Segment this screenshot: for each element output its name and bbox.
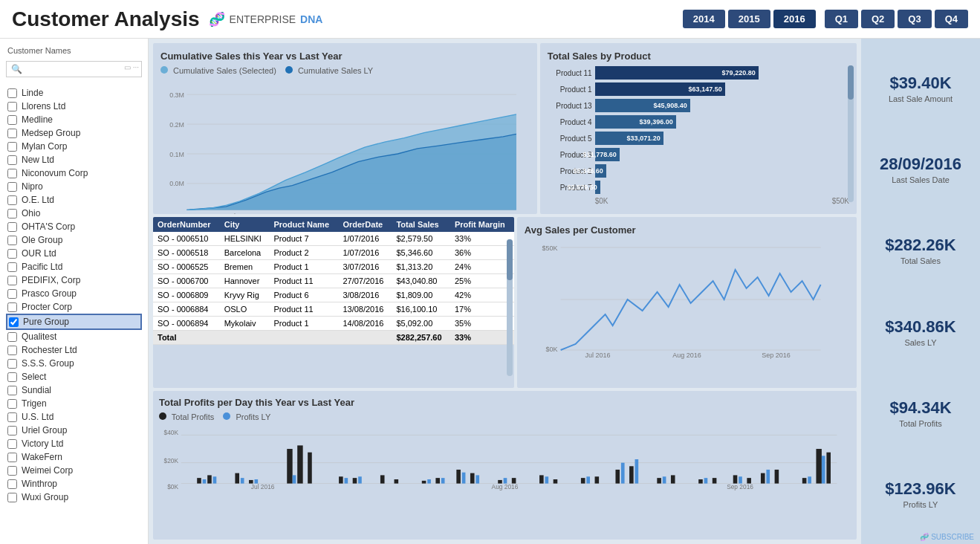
col-header-orderdate: OrderDate [338, 217, 392, 232]
checkbox-u.s.-ltd[interactable] [7, 412, 17, 422]
sidebar-item-new-ltd[interactable]: New Ltd [6, 153, 142, 166]
svg-rect-79 [621, 463, 625, 484]
search-input[interactable] [6, 61, 142, 77]
sidebar-item-mylan-corp[interactable]: Mylan Corp [6, 140, 142, 153]
sidebar-item-select[interactable]: Select [6, 370, 142, 383]
svg-rect-36 [297, 445, 302, 483]
checkbox-medline[interactable] [7, 115, 17, 125]
checkbox-pedifix,-corp[interactable] [7, 276, 17, 285]
sidebar-item-linde[interactable]: Linde [6, 86, 142, 100]
quarter-button-Q1[interactable]: Q1 [825, 10, 858, 28]
kpi-label-5: Profits LY [885, 500, 955, 509]
checkbox-nipro[interactable] [7, 182, 17, 192]
bar-fill: $79,220.80 [595, 66, 759, 80]
data-table-panel: OrderNumberCityProduct NameOrderDateTota… [153, 217, 514, 388]
sidebar-item-pedifix,-corp[interactable]: PEDIFIX, Corp [6, 273, 142, 287]
checkbox-wakefern[interactable] [7, 453, 17, 462]
table-cell: Product 2 [269, 246, 338, 260]
checkbox-winthrop[interactable] [7, 479, 17, 489]
sidebar-item-wuxi-group[interactable]: Wuxi Group [6, 490, 142, 504]
customer-label: Sundial [22, 385, 51, 395]
sidebar-item-ole-group[interactable]: Ole Group [6, 233, 142, 247]
sidebar-item-our-ltd[interactable]: OUR Ltd [6, 247, 142, 260]
sidebar-item-rochester-ltd[interactable]: Rochester Ltd [6, 343, 142, 357]
legend-dot-profits-ly [223, 412, 230, 420]
quarter-button-Q2[interactable]: Q2 [861, 10, 895, 28]
svg-text:Sep 2016: Sep 2016 [450, 213, 478, 214]
checkbox-linde[interactable] [7, 88, 17, 98]
checkbox-qualitest[interactable] [7, 332, 17, 342]
checkbox-procter-corp[interactable] [7, 302, 17, 312]
checkbox-ohio[interactable] [7, 209, 17, 218]
sidebar-item-victory-ltd[interactable]: Victory Ltd [6, 437, 142, 450]
sidebar-item-niconovum-corp[interactable]: Niconovum Corp [6, 166, 142, 180]
checkbox-mylan-corp[interactable] [7, 142, 17, 152]
svg-rect-81 [663, 476, 666, 483]
sidebar-item-pacific-ltd[interactable]: Pacific Ltd [6, 260, 142, 273]
table-header: OrderNumberCityProduct NameOrderDateTota… [153, 217, 514, 232]
sidebar-item-ohio[interactable]: Ohio [6, 207, 142, 220]
scrollbar-track[interactable] [848, 65, 854, 202]
sidebar-item-nipro[interactable]: Nipro [6, 180, 142, 193]
checkbox-s.s.s.-group[interactable] [7, 359, 17, 369]
svg-rect-56 [698, 479, 703, 484]
checkbox-pacific-ltd[interactable] [7, 262, 17, 272]
checkbox-select[interactable] [7, 372, 17, 382]
table-scrollbar-thumb[interactable] [507, 239, 513, 280]
customer-label: S.S.S. Group [22, 358, 74, 369]
year-button-2015[interactable]: 2015 [728, 10, 770, 28]
checkbox-weimei-corp[interactable] [7, 466, 17, 476]
quarter-button-Q3[interactable]: Q3 [898, 10, 931, 28]
kpi-label-0: Last Sale Amount [889, 94, 953, 103]
table-row: SO - 0006884OSLOProduct 1113/08/2016$16,… [153, 302, 514, 317]
sidebar-item-prasco-group[interactable]: Prasco Group [6, 287, 142, 300]
checkbox-rochester-ltd[interactable] [7, 346, 17, 355]
checkbox-ohta's-corp[interactable] [7, 222, 17, 232]
sidebar-item-wakefern[interactable]: WakeFern [6, 450, 142, 464]
sidebar-item-ohta's-corp[interactable]: OHTA'S Corp [6, 220, 142, 233]
year-button-2014[interactable]: 2014 [683, 10, 725, 28]
checkbox-medsep-group[interactable] [7, 129, 17, 138]
kpi-value-4: $94.34K [889, 398, 951, 418]
svg-rect-83 [739, 476, 742, 483]
checkbox-niconovum-corp[interactable] [7, 169, 17, 178]
table-scrollbar[interactable] [507, 239, 513, 376]
content-area: Cumulative Sales this Year vs Last Year … [149, 39, 980, 544]
checkbox-new-ltd[interactable] [7, 155, 17, 165]
sidebar-item-medsep-group[interactable]: Medsep Group [6, 126, 142, 140]
sidebar-item-qualitest[interactable]: Qualitest [6, 330, 142, 343]
checkbox-our-ltd[interactable] [7, 249, 17, 259]
sidebar-item-llorens-ltd[interactable]: Llorens Ltd [6, 100, 142, 113]
sidebar-item-pure-group[interactable]: Pure Group [6, 314, 142, 330]
sidebar-item-trigen[interactable]: Trigen [6, 397, 142, 410]
sidebar-item-o.e.-ltd[interactable]: O.E. Ltd [6, 193, 142, 207]
checkbox-sundial[interactable] [7, 386, 17, 395]
sidebar-item-procter-corp[interactable]: Procter Corp [6, 300, 142, 314]
checkbox-uriel-group[interactable] [7, 426, 17, 435]
checkbox-pure-group[interactable] [9, 317, 19, 327]
year-button-2016[interactable]: 2016 [773, 10, 816, 28]
sidebar-item-uriel-group[interactable]: Uriel Group [6, 424, 142, 437]
checkbox-llorens-ltd[interactable] [7, 102, 17, 111]
svg-rect-82 [704, 478, 708, 483]
svg-rect-68 [254, 479, 258, 484]
bar-label: Product 13 [548, 102, 592, 110]
total-row: Total$282,257.6033% [153, 331, 514, 345]
sidebar-item-u.s.-ltd[interactable]: U.S. Ltd [6, 410, 142, 424]
quarter-button-Q4[interactable]: Q4 [935, 10, 968, 28]
sidebar-item-s.s.s.-group[interactable]: S.S.S. Group [6, 357, 142, 370]
sidebar-item-winthrop[interactable]: Winthrop [6, 477, 142, 490]
checkbox-victory-ltd[interactable] [7, 439, 17, 449]
table-row: SO - 0006525BremenProduct 13/07/2016$1,3… [153, 260, 514, 274]
sidebar-item-medline[interactable]: Medline [6, 113, 142, 126]
checkbox-trigen[interactable] [7, 399, 17, 409]
checkbox-ole-group[interactable] [7, 236, 17, 245]
checkbox-o.e.-ltd[interactable] [7, 195, 17, 205]
checkbox-prasco-group[interactable] [7, 289, 17, 299]
sidebar-item-sundial[interactable]: Sundial [6, 383, 142, 397]
scrollbar-thumb[interactable] [848, 65, 854, 100]
table-cell: SO - 0006510 [153, 232, 220, 246]
sidebar-item-weimei-corp[interactable]: Weimei Corp [6, 464, 142, 477]
year-filter: 201420152016 [683, 10, 816, 28]
checkbox-wuxi-group[interactable] [7, 493, 17, 502]
